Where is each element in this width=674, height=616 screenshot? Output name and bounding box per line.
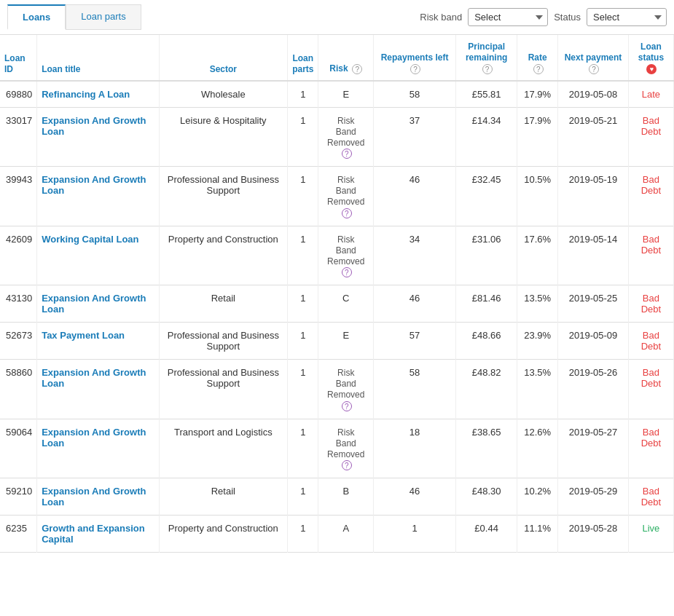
table-row: 42609Working Capital LoanProperty and Co… — [0, 226, 674, 285]
loan-status-alert-icon[interactable]: ♥ — [646, 64, 657, 74]
risk-band-removed-text: RiskBandRemoved — [327, 175, 364, 207]
cell-loan-title: Expansion And Growth Loan — [37, 285, 159, 323]
cell-loan-title: Expansion And Growth Loan — [37, 419, 159, 478]
cell-loan-id: 59210 — [0, 478, 37, 516]
col-header-principal: Principalremaining ? — [456, 35, 517, 81]
cell-risk: A — [318, 516, 374, 553]
cell-rate: 13.5% — [517, 285, 558, 323]
cell-risk: RiskBandRemoved? — [318, 419, 374, 478]
cell-principal-remaining: £38.65 — [456, 419, 517, 478]
risk-band-label: Risk band — [420, 12, 462, 23]
cell-repayments-left: 46 — [374, 285, 456, 323]
cell-repayments-left: 58 — [374, 81, 456, 108]
col-header-rate: Rate ? — [517, 35, 558, 81]
cell-next-payment: 2019-05-26 — [558, 360, 629, 419]
loan-title-link[interactable]: Expansion And Growth Loan — [42, 174, 146, 196]
cell-rate: 12.6% — [517, 419, 558, 478]
risk-removed-help-icon[interactable]: ? — [342, 460, 352, 470]
loan-title-link[interactable]: Refinancing A Loan — [42, 89, 130, 100]
loan-title-link[interactable]: Growth and Expansion Capital — [42, 523, 145, 545]
loan-title-link[interactable]: Expansion And Growth Loan — [42, 367, 146, 389]
cell-loan-id: 6235 — [0, 516, 37, 553]
loan-title-link[interactable]: Expansion And Growth Loan — [42, 115, 146, 137]
table-row: 52673Tax Payment LoanProfessional and Bu… — [0, 323, 674, 360]
cell-repayments-left: 58 — [374, 360, 456, 419]
cell-principal-remaining: £81.46 — [456, 285, 517, 323]
cell-next-payment: 2019-05-19 — [558, 167, 629, 226]
cell-loan-status: Bad Debt — [628, 107, 673, 167]
loan-title-link[interactable]: Working Capital Loan — [42, 234, 138, 245]
cell-loan-status: Bad Debt — [628, 478, 673, 516]
table-row: 58860Expansion And Growth LoanProfession… — [0, 360, 674, 419]
cell-loan-parts: 1 — [288, 323, 318, 360]
cell-risk: RiskBandRemoved? — [318, 107, 374, 167]
cell-next-payment: 2019-05-14 — [558, 226, 629, 285]
tab-loans[interactable]: Loans — [7, 4, 66, 30]
cell-repayments-left: 1 — [374, 516, 456, 553]
cell-repayments-left: 46 — [374, 478, 456, 516]
loan-title-link[interactable]: Expansion And Growth Loan — [42, 427, 146, 449]
table-row: 6235Growth and Expansion CapitalProperty… — [0, 516, 674, 553]
risk-removed-help-icon[interactable]: ? — [342, 267, 352, 277]
status-select[interactable]: Select — [587, 8, 667, 26]
cell-sector: Professional and Business Support — [159, 323, 288, 360]
cell-next-payment: 2019-05-29 — [558, 478, 629, 516]
table-row: 43130Expansion And Growth LoanRetail1C46… — [0, 285, 674, 323]
cell-loan-parts: 1 — [288, 81, 318, 108]
cell-next-payment: 2019-05-08 — [558, 81, 629, 108]
cell-sector: Wholesale — [159, 81, 288, 108]
cell-loan-status: Bad Debt — [628, 419, 673, 478]
next-payment-help-icon[interactable]: ? — [589, 64, 599, 74]
col-header-next-payment: Next payment ? — [558, 35, 629, 81]
rate-help-icon[interactable]: ? — [533, 64, 544, 74]
cell-risk: E — [318, 323, 374, 360]
cell-principal-remaining: £0.44 — [456, 516, 517, 553]
table-row: 33017Expansion And Growth LoanLeisure & … — [0, 107, 674, 167]
table-row: 69880Refinancing A LoanWholesale1E58£55.… — [0, 81, 674, 108]
cell-repayments-left: 18 — [374, 419, 456, 478]
loan-title-link[interactable]: Tax Payment Loan — [42, 330, 125, 341]
table-header-row: LoanID Loan title Sector Loanparts Risk … — [0, 35, 674, 81]
cell-loan-title: Expansion And Growth Loan — [37, 360, 159, 419]
cell-sector: Professional and Business Support — [159, 360, 288, 419]
risk-band-removed-text: RiskBandRemoved — [327, 368, 364, 400]
cell-sector: Transport and Logistics — [159, 419, 288, 478]
cell-loan-parts: 1 — [288, 419, 318, 478]
cell-rate: 17.6% — [517, 226, 558, 285]
risk-help-icon[interactable]: ? — [352, 64, 362, 74]
cell-next-payment: 2019-05-25 — [558, 285, 629, 323]
cell-loan-status: Bad Debt — [628, 226, 673, 285]
risk-band-removed-text: RiskBandRemoved — [327, 234, 364, 266]
risk-removed-help-icon[interactable]: ? — [342, 149, 352, 159]
cell-risk: E — [318, 81, 374, 108]
cell-loan-parts: 1 — [288, 516, 318, 553]
cell-repayments-left: 37 — [374, 107, 456, 167]
cell-loan-title: Working Capital Loan — [37, 226, 159, 285]
risk-removed-help-icon[interactable]: ? — [342, 208, 352, 218]
cell-risk: RiskBandRemoved? — [318, 226, 374, 285]
loan-title-link[interactable]: Expansion And Growth Loan — [42, 293, 146, 315]
repayments-help-icon[interactable]: ? — [410, 64, 420, 74]
cell-risk: RiskBandRemoved? — [318, 167, 374, 226]
tab-loan-parts[interactable]: Loan parts — [66, 4, 141, 30]
loans-table: LoanID Loan title Sector Loanparts Risk … — [0, 35, 674, 553]
cell-loan-title: Expansion And Growth Loan — [37, 107, 159, 167]
col-header-repayments: Repayments left ? — [374, 35, 456, 81]
principal-help-icon[interactable]: ? — [482, 64, 493, 74]
cell-risk: RiskBandRemoved? — [318, 360, 374, 419]
cell-sector: Property and Construction — [159, 226, 288, 285]
cell-rate: 11.1% — [517, 516, 558, 553]
risk-removed-help-icon[interactable]: ? — [342, 401, 352, 411]
cell-rate: 10.2% — [517, 478, 558, 516]
cell-loan-id: 69880 — [0, 81, 37, 108]
loan-title-link[interactable]: Expansion And Growth Loan — [42, 486, 146, 508]
cell-loan-status: Bad Debt — [628, 360, 673, 419]
cell-loan-title: Refinancing A Loan — [37, 81, 159, 108]
cell-next-payment: 2019-05-09 — [558, 323, 629, 360]
cell-loan-id: 42609 — [0, 226, 37, 285]
risk-band-select[interactable]: Select — [468, 8, 548, 26]
cell-loan-id: 59064 — [0, 419, 37, 478]
cell-loan-parts: 1 — [288, 285, 318, 323]
cell-rate: 17.9% — [517, 107, 558, 167]
cell-loan-status: Bad Debt — [628, 167, 673, 226]
